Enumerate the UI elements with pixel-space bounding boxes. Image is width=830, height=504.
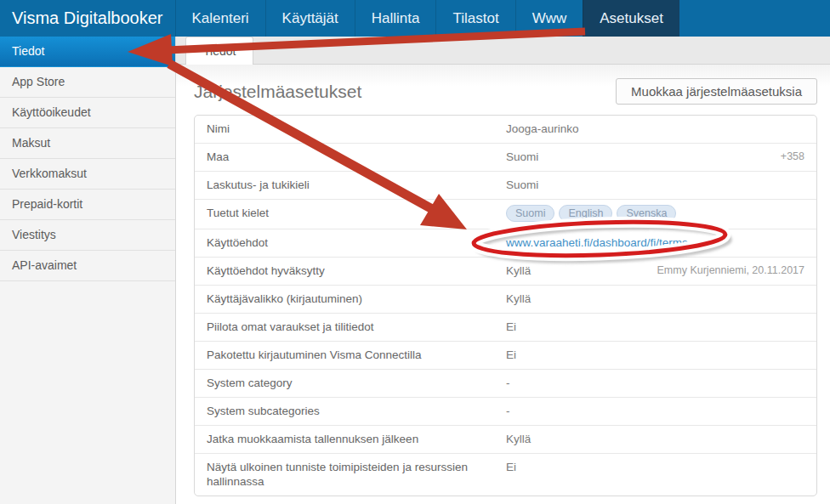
top-nav: Visma Digitalbooker KalenteriKäyttäjätHa… — [0, 0, 830, 37]
edit-system-settings-button[interactable]: Muokkaa järjestelmäasetuksia — [616, 78, 817, 105]
tab-bar: Tiedot — [176, 37, 830, 65]
settings-row: Laskutus- ja tukikieliSuomi — [195, 172, 816, 200]
setting-label: Jatka muokkaamista tallennuksen jälkeen — [207, 432, 506, 446]
nav-item-k-ytt-j-t[interactable]: Käyttäjät — [265, 0, 355, 37]
settings-row: System category- — [195, 370, 816, 398]
settings-row: Käyttöehdot hyväksyttyKylläEmmy Kurjenni… — [195, 258, 816, 286]
setting-value: Ei — [506, 461, 516, 473]
setting-value: Ei — [506, 320, 516, 333]
setting-value: - — [506, 377, 510, 389]
setting-label: Käyttöehdot hyväksytty — [207, 263, 506, 278]
setting-label: Käyttöehdot — [207, 235, 506, 250]
setting-value: Kyllä — [506, 264, 531, 277]
setting-label: Tuetut kielet — [207, 206, 506, 222]
nav-item-www[interactable]: Www — [515, 0, 583, 37]
sidebar-item-maksut[interactable]: Maksut — [0, 128, 175, 159]
settings-row: Jatka muokkaamista tallennuksen jälkeenK… — [195, 426, 816, 454]
setting-label: System subcategories — [207, 404, 506, 418]
content-area: Järjestelmäasetukset Muokkaa järjestelmä… — [176, 65, 830, 504]
settings-row: System subcategories- — [195, 398, 816, 426]
setting-extra: +358 — [772, 150, 804, 164]
settings-row: NimiJooga-aurinko — [195, 116, 816, 144]
nav-item-tilastot[interactable]: Tilastot — [435, 0, 514, 37]
settings-table: NimiJooga-aurinkoMaaSuomi+358Laskutus- j… — [194, 115, 817, 496]
settings-row: Tuetut kieletSuomiEnglishSvenska — [195, 200, 816, 229]
sidebar-item-prepaid-kortit[interactable]: Prepaid-kortit — [0, 190, 175, 220]
page-body: TiedotApp StoreKäyttöoikeudetMaksutVerkk… — [0, 37, 830, 504]
setting-value: - — [506, 405, 510, 417]
setting-extra: Emmy Kurjenniemi, 20.11.2017 — [649, 263, 804, 278]
settings-row: Käyttäjävalikko (kirjautuminen)Kyllä — [195, 286, 816, 314]
settings-row: Käyttöehdotwww.varaaheti.fi/dashboard/fi… — [195, 229, 816, 258]
main-content: Tiedot Järjestelmäasetukset Muokkaa järj… — [176, 37, 830, 504]
setting-label: System category — [207, 376, 506, 390]
nav-item-asetukset[interactable]: Asetukset — [583, 0, 679, 37]
language-badge-suomi: Suomi — [506, 205, 554, 222]
setting-value: Kyllä — [506, 433, 531, 445]
sidebar: TiedotApp StoreKäyttöoikeudetMaksutVerkk… — [0, 37, 176, 504]
setting-label: Käyttäjävalikko (kirjautuminen) — [207, 292, 506, 306]
terms-link[interactable]: www.varaaheti.fi/dashboard/fi/terms — [506, 236, 688, 249]
settings-row: MaaSuomi+358 — [195, 144, 816, 172]
setting-label: Laskutus- ja tukikieli — [207, 178, 506, 192]
app-brand[interactable]: Visma Digitalbooker — [0, 0, 175, 37]
sidebar-item-verkkomaksut[interactable]: Verkkomaksut — [0, 159, 175, 190]
setting-label: Maa — [207, 150, 506, 164]
setting-value: Jooga-aurinko — [506, 122, 579, 135]
sidebar-item-api-avaimet[interactable]: API-avaimet — [0, 251, 175, 281]
setting-label: Pakotettu kirjautuminen Visma Connectill… — [207, 348, 506, 362]
tab-tiedot[interactable]: Tiedot — [185, 37, 253, 65]
setting-label: Näytä ulkoinen tunniste toimipisteiden j… — [207, 460, 506, 489]
language-badge-svenska: Svenska — [617, 205, 676, 222]
setting-value: Ei — [506, 348, 516, 361]
sidebar-item-k-ytt-oikeudet[interactable]: Käyttöoikeudet — [0, 98, 175, 128]
setting-value: Suomi — [506, 178, 538, 191]
nav-item-hallinta[interactable]: Hallinta — [355, 0, 436, 37]
settings-row: Näytä ulkoinen tunniste toimipisteiden j… — [195, 454, 816, 496]
page-title: Järjestelmäasetukset — [194, 82, 361, 102]
settings-row: Pakotettu kirjautuminen Visma Connectill… — [195, 342, 816, 370]
settings-row: Piilota omat varaukset ja tilitiedotEi — [195, 314, 816, 342]
content-header: Järjestelmäasetukset Muokkaa järjestelmä… — [194, 78, 817, 105]
sidebar-item-viestitys[interactable]: Viestitys — [0, 220, 175, 251]
setting-value: Kyllä — [506, 292, 531, 305]
language-badge-english: English — [559, 205, 612, 222]
nav-item-kalenteri[interactable]: Kalenteri — [175, 0, 265, 37]
setting-label: Piilota omat varaukset ja tilitiedot — [207, 320, 506, 334]
page: Visma Digitalbooker KalenteriKäyttäjätHa… — [0, 0, 830, 504]
sidebar-item-tiedot[interactable]: Tiedot — [0, 37, 175, 67]
sidebar-item-app-store[interactable]: App Store — [0, 67, 175, 98]
setting-label: Nimi — [207, 122, 506, 136]
nav-menu: KalenteriKäyttäjätHallintaTilastotWwwAse… — [175, 0, 679, 37]
setting-value: Suomi — [506, 150, 538, 163]
